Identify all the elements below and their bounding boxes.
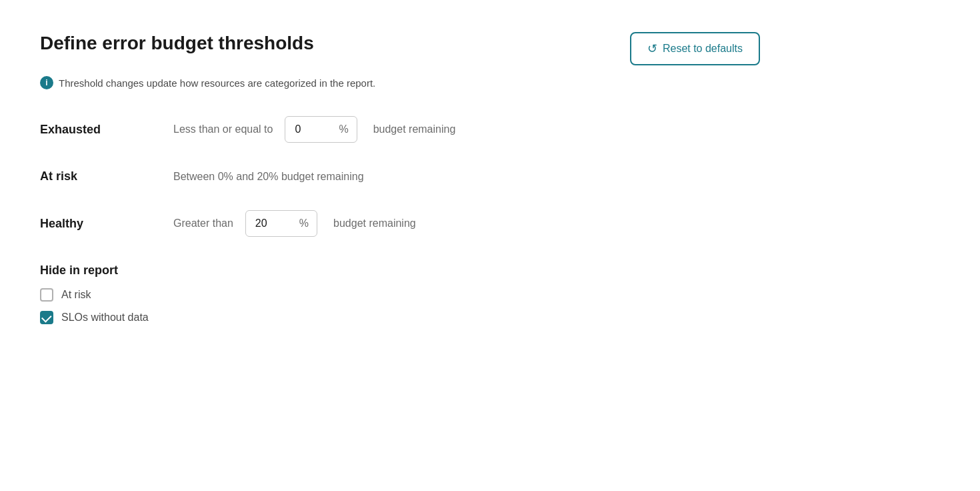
at-risk-checkbox-row: At risk: [40, 288, 760, 302]
exhausted-description-after: budget remaining: [373, 123, 456, 135]
info-icon: i: [40, 76, 53, 89]
hide-in-report-label: Hide in report: [40, 264, 760, 278]
at-risk-description: Between 0% and 20% budget remaining: [173, 171, 364, 183]
at-risk-threshold-section: At risk Between 0% and 20% budget remain…: [40, 169, 760, 183]
at-risk-label: At risk: [40, 169, 173, 183]
exhausted-threshold-row: Exhausted Less than or equal to % budget…: [40, 116, 760, 143]
at-risk-checkbox-label: At risk: [61, 289, 91, 301]
exhausted-description-before: Less than or equal to: [173, 123, 273, 135]
hide-in-report-section: Hide in report At risk SLOs without data: [40, 264, 760, 324]
at-risk-checkbox[interactable]: [40, 288, 53, 302]
exhausted-description: Less than or equal to % budget remaining: [173, 116, 455, 143]
exhausted-label: Exhausted: [40, 123, 173, 137]
info-row: i Threshold changes update how resources…: [40, 76, 760, 89]
exhausted-percent-symbol: %: [339, 117, 356, 142]
page-title: Define error budget thresholds: [40, 32, 314, 55]
healthy-description: Greater than % budget remaining: [173, 210, 416, 237]
reset-button-label: Reset to defaults: [663, 43, 743, 55]
healthy-percent-symbol: %: [299, 211, 317, 236]
slos-without-data-checkbox-label: SLOs without data: [61, 312, 149, 324]
exhausted-value-input[interactable]: [285, 117, 339, 142]
healthy-threshold-row: Healthy Greater than % budget remaining: [40, 210, 760, 237]
healthy-label: Healthy: [40, 217, 173, 231]
reset-to-defaults-button[interactable]: ↺ Reset to defaults: [630, 32, 760, 65]
slos-without-data-checkbox-row: SLOs without data: [40, 311, 760, 324]
healthy-threshold-section: Healthy Greater than % budget remaining: [40, 210, 760, 237]
healthy-description-before: Greater than: [173, 217, 233, 229]
page-container: Define error budget thresholds ↺ Reset t…: [0, 0, 800, 366]
info-text: Threshold changes update how resources a…: [59, 77, 375, 89]
exhausted-threshold-section: Exhausted Less than or equal to % budget…: [40, 116, 760, 143]
at-risk-threshold-row: At risk Between 0% and 20% budget remain…: [40, 169, 760, 183]
reset-icon: ↺: [647, 41, 657, 56]
exhausted-input-group: %: [285, 116, 357, 143]
healthy-description-after: budget remaining: [333, 217, 416, 229]
healthy-input-group: %: [245, 210, 317, 237]
healthy-value-input[interactable]: [246, 211, 299, 236]
slos-without-data-checkbox[interactable]: [40, 311, 53, 324]
header-row: Define error budget thresholds ↺ Reset t…: [40, 32, 760, 65]
